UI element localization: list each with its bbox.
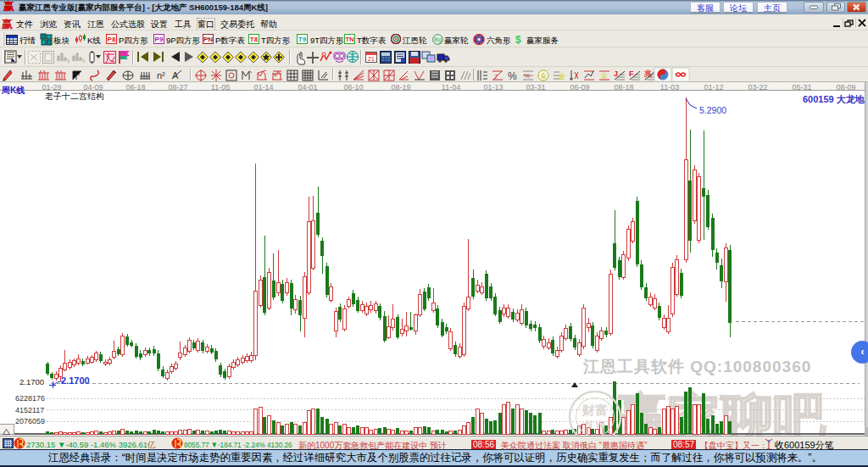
svg-text:2076059: 2076059 bbox=[15, 417, 45, 425]
svg-text:4152117: 4152117 bbox=[15, 406, 44, 414]
svg-text:财富: 财富 bbox=[581, 403, 608, 417]
svg-text:N W: N W bbox=[585, 419, 605, 431]
svg-text:6228176: 6228176 bbox=[15, 394, 45, 403]
